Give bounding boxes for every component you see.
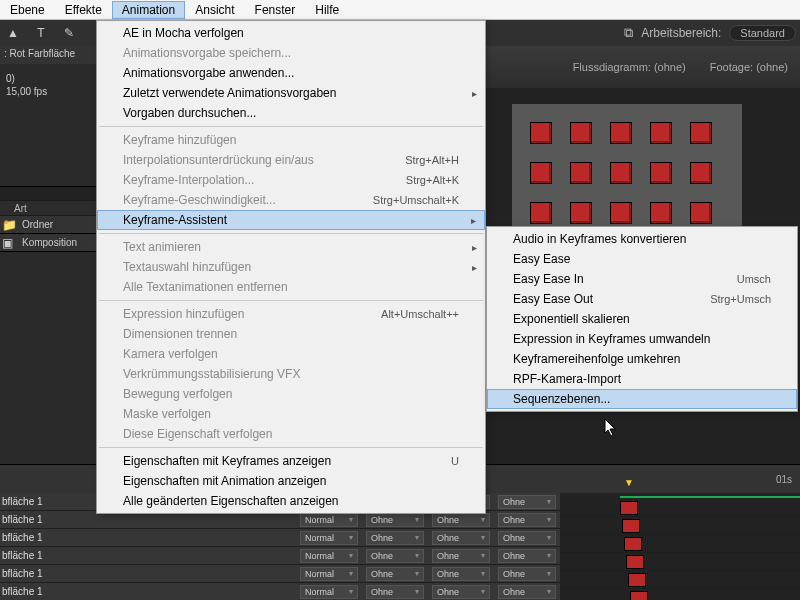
menu-item[interactable]: Easy Ease InUmsch: [487, 269, 797, 289]
layer-row[interactable]: bfläche 1NormalOhneOhneOhne: [0, 565, 560, 583]
work-area-bar[interactable]: [620, 496, 800, 498]
menu-item[interactable]: Keyframereihenfolge umkehren: [487, 349, 797, 369]
menu-item[interactable]: Animationsvorgabe anwenden...: [97, 63, 485, 83]
layer-row[interactable]: bfläche 1NormalOhneOhneOhne: [0, 547, 560, 565]
project-columns-header: Art: [0, 200, 96, 216]
menu-item[interactable]: Vorgaben durchsuchen...: [97, 103, 485, 123]
swatch[interactable]: [650, 122, 672, 144]
timeline-track[interactable]: [560, 553, 800, 571]
timeline-track[interactable]: [560, 535, 800, 553]
menu-item: Text animieren: [97, 237, 485, 257]
menu-item[interactable]: Easy Ease OutStrg+Umsch: [487, 289, 797, 309]
menu-item[interactable]: Eigenschaften mit Animation anzeigen: [97, 471, 485, 491]
track-matte-dropdown[interactable]: Ohne: [366, 585, 424, 599]
menu-item[interactable]: Easy Ease: [487, 249, 797, 269]
menu-item[interactable]: Sequenzebenen...: [487, 389, 797, 409]
pen-tool-icon[interactable]: ✎: [60, 24, 78, 42]
swatch[interactable]: [610, 162, 632, 184]
menu-item: Keyframe hinzufügen: [97, 130, 485, 150]
timeline-track[interactable]: [560, 571, 800, 589]
selection-tool-icon[interactable]: ▲: [4, 24, 22, 42]
track-matte-dropdown[interactable]: Ohne: [432, 585, 490, 599]
menu-item[interactable]: Eigenschaften mit Keyframes anzeigenU: [97, 451, 485, 471]
timeline-ruler[interactable]: ▼ 01s: [560, 465, 800, 493]
menubar: Ebene Effekte Animation Ansicht Fenster …: [0, 0, 800, 20]
swatch[interactable]: [690, 122, 712, 144]
track-matte-dropdown[interactable]: Ohne: [432, 531, 490, 545]
track-matte-dropdown[interactable]: Ohne: [498, 531, 556, 545]
project-item-folder[interactable]: 📁 Ordner: [0, 216, 96, 234]
menu-hilfe[interactable]: Hilfe: [305, 1, 349, 19]
swatch[interactable]: [650, 202, 672, 224]
menu-item[interactable]: Zuletzt verwendete Animationsvorgaben: [97, 83, 485, 103]
swatch[interactable]: [650, 162, 672, 184]
timeline-track[interactable]: [560, 589, 800, 600]
menu-item[interactable]: AE in Mocha verfolgen: [97, 23, 485, 43]
menu-item[interactable]: Audio in Keyframes konvertieren: [487, 229, 797, 249]
menu-item[interactable]: Keyframe-Assistent: [97, 210, 485, 230]
blend-mode-dropdown[interactable]: Normal: [300, 549, 358, 563]
menu-item[interactable]: Expression in Keyframes umwandeln: [487, 329, 797, 349]
track-matte-dropdown[interactable]: Ohne: [366, 513, 424, 527]
blend-mode-dropdown[interactable]: Normal: [300, 531, 358, 545]
keyframe-assistant-submenu: Audio in Keyframes konvertierenEasy Ease…: [486, 226, 798, 412]
layer-clip[interactable]: [624, 537, 642, 551]
type-tool-icon[interactable]: T: [32, 24, 50, 42]
track-matte-dropdown[interactable]: Ohne: [366, 567, 424, 581]
tab-flowchart[interactable]: Flussdiagramm: (ohne): [561, 57, 698, 77]
swatch[interactable]: [610, 122, 632, 144]
layer-clip[interactable]: [622, 519, 640, 533]
layer-row[interactable]: bfläche 1NormalOhneOhneOhne: [0, 583, 560, 600]
swatch[interactable]: [690, 162, 712, 184]
swatch[interactable]: [530, 202, 552, 224]
blend-mode-dropdown[interactable]: Normal: [300, 567, 358, 581]
layer-row[interactable]: bfläche 1NormalOhneOhneOhne: [0, 529, 560, 547]
swatch[interactable]: [530, 122, 552, 144]
link-icon: ⧉: [624, 25, 633, 41]
blend-mode-dropdown[interactable]: Normal: [300, 513, 358, 527]
menu-animation[interactable]: Animation: [112, 1, 185, 19]
swatch[interactable]: [690, 202, 712, 224]
menu-ebene[interactable]: Ebene: [0, 1, 55, 19]
project-panel: : Rot Farbfläche 0) 15,00 fps Art 📁 Ordn…: [0, 46, 96, 464]
track-matte-dropdown[interactable]: Ohne: [498, 567, 556, 581]
layer-clip[interactable]: [630, 591, 648, 600]
track-matte-dropdown[interactable]: Ohne: [366, 549, 424, 563]
track-matte-dropdown[interactable]: Ohne: [432, 549, 490, 563]
swatch[interactable]: [570, 162, 592, 184]
track-matte-dropdown[interactable]: Ohne: [366, 531, 424, 545]
menu-item: Animationsvorgabe speichern...: [97, 43, 485, 63]
workspace-label: Arbeitsbereich:: [641, 26, 721, 40]
swatch[interactable]: [530, 162, 552, 184]
menu-item: Verkrümmungsstabilisierung VFX: [97, 364, 485, 384]
track-matte-dropdown[interactable]: Ohne: [432, 567, 490, 581]
menu-item[interactable]: Alle geänderten Eigenschaften anzeigen: [97, 491, 485, 511]
track-matte-dropdown[interactable]: Ohne: [498, 513, 556, 527]
swatch[interactable]: [570, 122, 592, 144]
layer-clip[interactable]: [626, 555, 644, 569]
blend-mode-dropdown[interactable]: Normal: [300, 585, 358, 599]
menu-item: Expression hinzufügenAlt+Umschalt++: [97, 304, 485, 324]
menu-ansicht[interactable]: Ansicht: [185, 1, 244, 19]
project-item-comp[interactable]: ▣ Komposition: [0, 234, 96, 252]
swatch[interactable]: [610, 202, 632, 224]
menu-item[interactable]: Exponentiell skalieren: [487, 309, 797, 329]
menu-effekte[interactable]: Effekte: [55, 1, 112, 19]
track-matte-dropdown[interactable]: Ohne: [432, 513, 490, 527]
menu-item[interactable]: RPF-Kamera-Import: [487, 369, 797, 389]
menu-item: Interpolationsunterdrückung ein/ausStrg+…: [97, 150, 485, 170]
track-matte-dropdown[interactable]: Ohne: [498, 495, 556, 509]
swatch[interactable]: [570, 202, 592, 224]
time-indicator-icon[interactable]: ▼: [624, 477, 634, 488]
timeline-track[interactable]: [560, 517, 800, 535]
menu-fenster[interactable]: Fenster: [245, 1, 306, 19]
layer-clip[interactable]: [620, 501, 638, 515]
track-matte-dropdown[interactable]: Ohne: [498, 549, 556, 563]
timeline-track[interactable]: [560, 499, 800, 517]
tab-footage[interactable]: Footage: (ohne): [698, 57, 800, 77]
animation-menu: AE in Mocha verfolgenAnimationsvorgabe s…: [96, 20, 486, 514]
project-info: 0) 15,00 fps: [0, 64, 96, 106]
layer-clip[interactable]: [628, 573, 646, 587]
workspace-selector[interactable]: Standard: [729, 25, 796, 41]
track-matte-dropdown[interactable]: Ohne: [498, 585, 556, 599]
